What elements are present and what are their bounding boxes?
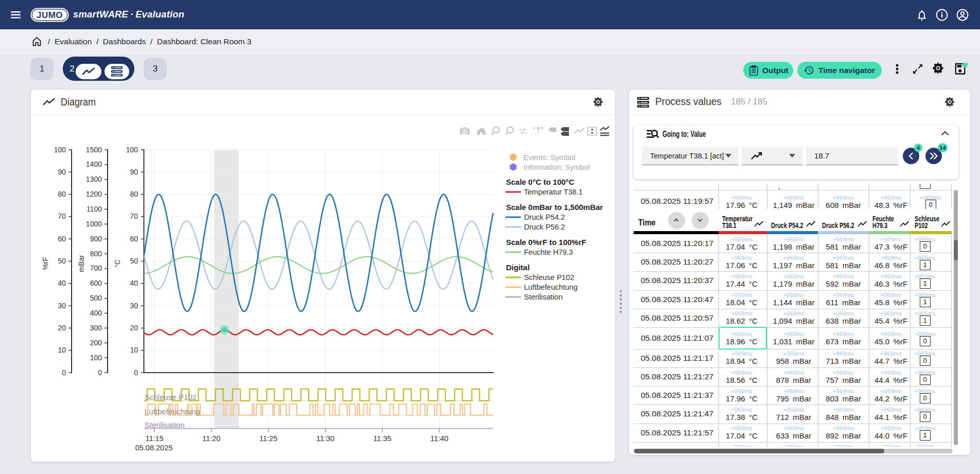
svg-text:Druck P56.2: Druck P56.2 [524,223,565,231]
svg-text:%rF: %rF [41,257,49,270]
svg-text:70: 70 [58,212,66,220]
svg-text:Sterilisation: Sterilisation [524,293,563,301]
svg-text:80: 80 [130,190,138,198]
svg-text:40: 40 [130,279,138,287]
svg-text:800: 800 [90,250,102,258]
svg-text:1300: 1300 [86,175,102,183]
svg-text:50: 50 [130,257,138,265]
svg-text:0: 0 [134,368,138,377]
svg-text:300: 300 [90,324,102,332]
svg-text:11:40: 11:40 [430,434,448,443]
svg-text:30: 30 [58,302,66,310]
svg-text:Luftbefeuchtung: Luftbefeuchtung [524,283,577,291]
svg-text:1400: 1400 [86,160,102,168]
svg-text:200: 200 [90,339,102,347]
svg-text:1200: 1200 [86,190,102,198]
svg-text:60: 60 [130,235,138,243]
svg-text:Feuchte H79.3: Feuchte H79.3 [524,248,573,256]
svg-text:10: 10 [58,346,66,354]
svg-text:Digital: Digital [506,263,530,272]
svg-text:Events: Symbol: Events: Symbol [523,153,575,162]
svg-text:20: 20 [58,324,66,332]
svg-text:100: 100 [126,146,138,154]
svg-text:Luftbefeuchtung: Luftbefeuchtung [145,407,200,416]
svg-text:JUMO: JUMO [37,10,63,20]
svg-text:Scale 0°C to 100°C: Scale 0°C to 100°C [506,178,574,186]
svg-text:100: 100 [90,354,102,362]
svg-text:Druck P54.2: Druck P54.2 [524,213,565,221]
svg-text:1000: 1000 [86,220,102,228]
svg-text:Temperatur T38.1: Temperatur T38.1 [524,188,583,196]
svg-text:90: 90 [58,168,66,176]
svg-text:400: 400 [90,309,102,317]
svg-text:Schleuse P102: Schleuse P102 [524,273,574,282]
svg-text:50: 50 [58,257,66,265]
svg-text:700: 700 [90,264,102,272]
svg-text:11:30: 11:30 [316,434,334,443]
svg-text:Information: Symbol: Information: Symbol [523,163,590,171]
svg-text:Sterilisation: Sterilisation [145,420,185,429]
svg-text:10: 10 [130,346,138,354]
svg-text:0: 0 [98,368,102,377]
svg-text:Schleuse P102: Schleuse P102 [145,393,197,401]
svg-text:80: 80 [58,190,66,198]
svg-text:Scale 0%rF to 100%rF: Scale 0%rF to 100%rF [506,238,586,247]
svg-text:30: 30 [130,302,138,310]
svg-text:1500: 1500 [86,146,102,154]
svg-text:11:20: 11:20 [202,434,220,443]
svg-text:900: 900 [90,235,102,243]
svg-text:05.08.2025: 05.08.2025 [135,444,173,452]
svg-text:11:25: 11:25 [259,434,277,443]
svg-text:600: 600 [90,279,102,287]
svg-text:500: 500 [90,294,102,302]
svg-text:20: 20 [130,324,138,332]
svg-text:Scale 0mBar to 1,500mBar: Scale 0mBar to 1,500mBar [506,203,603,212]
svg-text:0: 0 [62,368,66,377]
svg-text:mBar: mBar [77,255,85,272]
svg-text:1100: 1100 [86,205,102,213]
svg-text:11:15: 11:15 [145,434,163,443]
svg-text:11:35: 11:35 [373,434,391,443]
svg-text:60: 60 [58,235,66,243]
svg-text:90: 90 [130,168,138,176]
svg-text:°C: °C [113,259,121,268]
svg-text:70: 70 [130,212,138,220]
svg-text:40: 40 [58,279,66,287]
svg-text:100: 100 [54,146,66,154]
